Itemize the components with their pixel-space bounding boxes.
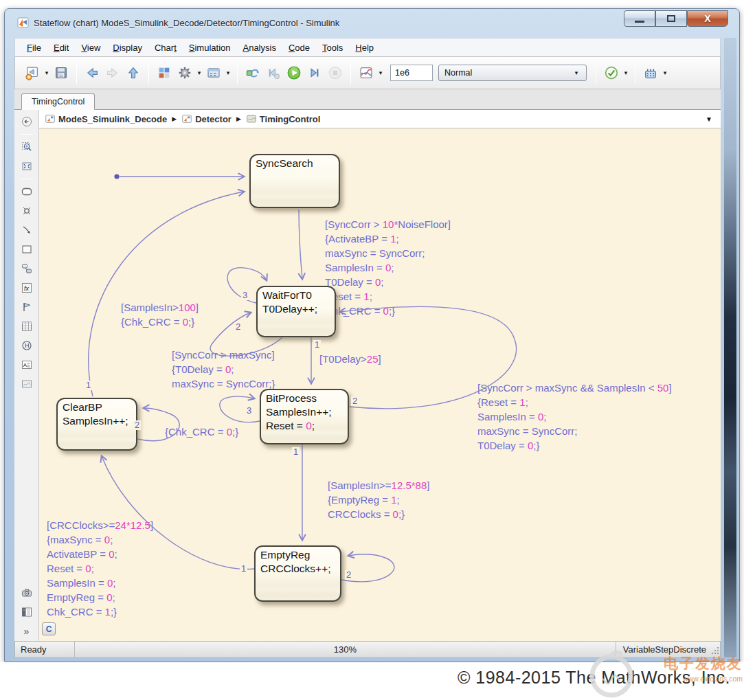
- expand-chevrons-button[interactable]: »: [18, 622, 36, 640]
- camera-button[interactable]: [18, 584, 36, 602]
- dropdown-caret-icon[interactable]: ▾: [43, 69, 51, 76]
- status-ready: Ready: [15, 644, 74, 655]
- transition-clearbp-self-2[interactable]: [137, 408, 179, 441]
- menu-analysis[interactable]: Analysis: [236, 41, 282, 55]
- save-button[interactable]: [51, 61, 71, 84]
- svg-text:A: A: [23, 362, 27, 368]
- back-circle-button[interactable]: [18, 113, 36, 131]
- default-transition-dot[interactable]: [114, 174, 119, 179]
- dropdown-caret-icon[interactable]: ▾: [195, 69, 203, 76]
- close-button[interactable]: X: [687, 10, 728, 27]
- breadcrumb-item-modes_simulink_decode[interactable]: ModeS_Simulink_Decode: [45, 113, 167, 124]
- transition-number-n9[interactable]: 1: [240, 564, 247, 574]
- menu-simulation[interactable]: Simulation: [183, 41, 237, 55]
- function-tool-button[interactable]: fx: [18, 279, 36, 297]
- transition-number-n8[interactable]: 2: [345, 570, 352, 580]
- menu-display[interactable]: Display: [106, 41, 148, 55]
- transition-emptyreg-to-clearbp[interactable]: [102, 456, 254, 569]
- menu-file[interactable]: File: [21, 41, 47, 55]
- state-title: BitProcess: [266, 392, 343, 405]
- transition-bitprocess-to-waitfort0[interactable]: [340, 306, 517, 408]
- titlebar[interactable]: Stateflow (chart) ModeS_Simulink_Decode/…: [5, 9, 739, 36]
- event-tool-button[interactable]: [18, 298, 36, 316]
- state-title: EmptyReg: [260, 548, 335, 562]
- menu-help[interactable]: Help: [349, 41, 380, 55]
- state-clearbp[interactable]: ClearBPSamplesIn++;: [56, 398, 137, 451]
- update-check-button[interactable]: [601, 61, 622, 84]
- back-button[interactable]: [82, 61, 102, 84]
- step-forward-button[interactable]: [304, 61, 325, 84]
- transition-bitprocess-self-3[interactable]: [220, 396, 260, 422]
- history-junction-tool-button[interactable]: H: [18, 337, 36, 354]
- annotation-tool-button[interactable]: A: [18, 356, 36, 374]
- gear-button[interactable]: [174, 61, 195, 84]
- transition-number-n7[interactable]: 1: [292, 447, 300, 457]
- maximize-button[interactable]: [655, 10, 687, 27]
- transition-number-n1[interactable]: 1: [84, 381, 92, 390]
- zoom-region-button[interactable]: [18, 138, 36, 156]
- tab-timingcontrol[interactable]: TimingControl: [21, 93, 95, 110]
- resize-grip[interactable]: [710, 646, 719, 654]
- truth-table-tool-icon: [21, 320, 33, 332]
- state-waitfort0[interactable]: WaitForT0T0Delay++;: [256, 286, 336, 337]
- chart-canvas[interactable]: [SyncCorr > 10*NoiseFloor]{ActivateBP = …: [39, 128, 721, 641]
- sim-mode-combo[interactable]: Normal▾: [438, 65, 587, 81]
- c-action-language-badge[interactable]: C: [42, 622, 56, 635]
- state-tool-button[interactable]: [18, 183, 36, 201]
- model-explorer-icon: [21, 606, 33, 618]
- annotation-tool-icon: A: [21, 359, 33, 371]
- model-explorer-button[interactable]: [18, 603, 36, 621]
- run-button[interactable]: [284, 61, 304, 84]
- library-browser-button[interactable]: [154, 61, 174, 84]
- state-syncsearch[interactable]: SyncSearch: [249, 154, 340, 208]
- transition-clearbp-to-syncsearch[interactable]: [89, 192, 244, 396]
- menu-chart[interactable]: Chart: [148, 41, 183, 55]
- breadcrumb-dropdown-icon[interactable]: ▼: [706, 115, 715, 123]
- new-model-button[interactable]: [22, 61, 43, 84]
- transition-number-n10[interactable]: 2: [133, 420, 141, 430]
- menu-edit[interactable]: Edit: [47, 41, 75, 55]
- menu-view[interactable]: View: [75, 41, 106, 55]
- step-back-button[interactable]: [263, 61, 284, 84]
- stop-button[interactable]: [325, 61, 346, 84]
- fit-view-button[interactable]: [18, 157, 36, 175]
- transition-number-n5[interactable]: 2: [351, 396, 359, 406]
- transition-number-n6[interactable]: 3: [245, 406, 253, 416]
- menubar: FileEditViewDisplayChartSimulationAnalys…: [14, 38, 721, 56]
- dropdown-caret-icon[interactable]: ▾: [376, 69, 385, 76]
- build-button[interactable]: [640, 61, 661, 84]
- model-config-button[interactable]: [203, 61, 224, 84]
- new-model-icon: [25, 65, 40, 80]
- state-bitprocess[interactable]: BitProcessSamplesIn++;Reset = 0;: [260, 389, 349, 444]
- box-tool-button[interactable]: [18, 240, 36, 258]
- transition-number-n3[interactable]: 2: [234, 322, 242, 332]
- forward-button[interactable]: [102, 61, 123, 84]
- menu-tools[interactable]: Tools: [316, 41, 349, 55]
- up-button[interactable]: [123, 61, 144, 84]
- svg-text:fx: fx: [24, 285, 30, 292]
- dropdown-caret-icon[interactable]: ▾: [224, 69, 232, 76]
- dropdown-caret-icon[interactable]: ▾: [622, 69, 630, 76]
- dropdown-caret-icon[interactable]: ▾: [661, 69, 669, 76]
- state-emptyreg[interactable]: EmptyRegCRCClocks++;: [254, 545, 341, 602]
- menu-code[interactable]: Code: [282, 41, 316, 55]
- toolbar-separator: [76, 61, 77, 84]
- minimize-button[interactable]: [624, 10, 655, 27]
- breadcrumb-item-timingcontrol[interactable]: TimingControl: [246, 113, 321, 124]
- data-inspector-button[interactable]: [356, 61, 376, 84]
- transition-number-n2[interactable]: 3: [241, 291, 249, 300]
- subchart-tool-button[interactable]: [18, 260, 36, 278]
- transition-tool-button[interactable]: [18, 221, 36, 239]
- state-title: WaitForT0: [262, 289, 330, 302]
- connect-button[interactable]: [243, 61, 263, 84]
- window-right-border: [724, 38, 736, 657]
- breadcrumb-item-detector[interactable]: Detector: [181, 113, 232, 124]
- transition-syncsearch-to-waitfort0[interactable]: [299, 210, 302, 279]
- junction-tool-button[interactable]: [18, 202, 36, 220]
- transition-number-n4[interactable]: 1: [313, 340, 321, 350]
- palette-separator: [21, 134, 33, 135]
- state-body-line: CRCClocks++;: [260, 562, 335, 576]
- sim-stop-time-input[interactable]: 1e6: [390, 65, 433, 81]
- truth-table-tool-button[interactable]: [18, 317, 36, 335]
- image-tool-button[interactable]: [18, 375, 36, 393]
